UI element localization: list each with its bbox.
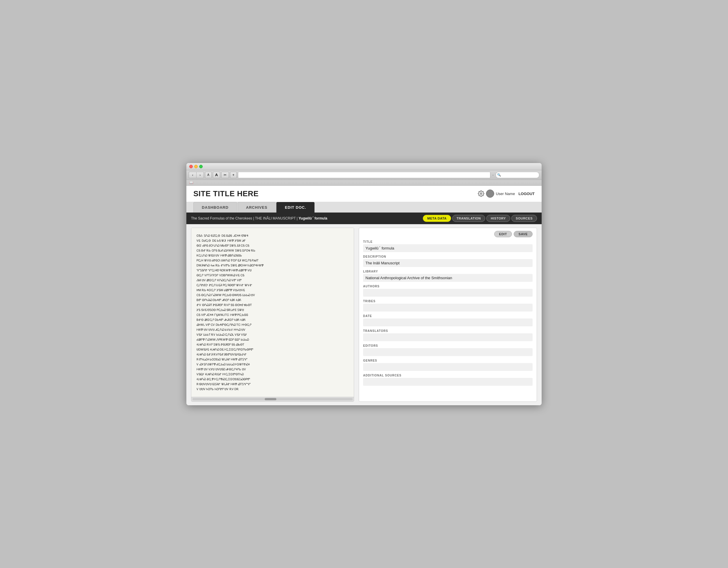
meta-label-date: DATE: [363, 314, 533, 318]
meta-fields: TITLEDESCRIPTIONLIBRARYAUTHORSTRIBESDATE…: [363, 240, 533, 389]
titlebar: [186, 163, 542, 170]
meta-input-authors[interactable]: [363, 289, 533, 297]
meta-label-tribes: TRIBES: [363, 300, 533, 303]
bookmark-icon: 📖: [189, 181, 193, 185]
meta-label-title: TITLE: [363, 240, 533, 243]
meta-input-tribes[interactable]: [363, 304, 533, 312]
site-header-right: User Name LOGOUT: [478, 190, 535, 198]
manuscript-image: ᏣᏕᏱ ᏚᎵᏍ ᎧᏃᏩᎾ ᎠᏋ ᎶᏯᎦ ᏗᏆᏎᏎ ᏬᏔᏎ ᏙᏋ ᎠᏧᏩᎾ ᎠᏋ …: [191, 228, 354, 397]
main-content: ᏣᏕᏱ ᏚᎵᏍ ᎧᏃᏩᎾ ᎠᏋ ᎶᏯᎦ ᏗᏆᏎᏎ ᏬᏔᏎ ᏙᏋ ᎠᏧᏩᎾ ᎠᏋ …: [186, 224, 542, 405]
document-panel: ᏣᏕᏱ ᏚᎵᏍ ᎧᏃᏩᎾ ᎠᏋ ᎶᏯᎦ ᏗᏆᏎᏎ ᏬᏔᏎ ᏙᏋ ᎠᏧᏩᎾ ᎠᏋ …: [191, 228, 354, 402]
meta-label-authors: AUTHORS: [363, 285, 533, 288]
site-title: SITE TITLE HERE: [193, 189, 259, 198]
save-button[interactable]: SAVE: [514, 231, 533, 237]
breadcrumb-tabs: META DATA TRANSLATION HISTORY SOURCES: [423, 215, 537, 222]
meta-input-description[interactable]: [363, 259, 533, 267]
meta-label-editors: EDITORS: [363, 344, 533, 347]
browser-window: ‹ › A A ✂ + - 🔍 📖 SITE TITLE HERE: [186, 163, 542, 405]
scrollbar-track: [192, 398, 353, 400]
meta-field-description: DESCRIPTION: [363, 255, 533, 267]
tab-dashboard[interactable]: DASHBOARD: [193, 202, 237, 213]
username: User Name: [496, 192, 515, 196]
gear-icon[interactable]: [478, 190, 484, 197]
meta-label-description: DESCRIPTION: [363, 255, 533, 258]
meta-field-library: LIBRARY: [363, 270, 533, 282]
meta-input-editors[interactable]: [363, 348, 533, 356]
meta-input-date[interactable]: [363, 318, 533, 326]
user-area: User Name: [478, 190, 515, 198]
tab-archives[interactable]: ARCHIVES: [238, 202, 276, 213]
meta-label-additional-sources: ADDITIONAL SOURCES: [363, 374, 533, 377]
breadcrumb-current: Yugwilûˊ formula: [298, 216, 327, 220]
minimize-button[interactable]: [194, 165, 198, 168]
meta-label-translators: TRANSLATORS: [363, 329, 533, 332]
meta-field-editors: EDITORS: [363, 344, 533, 356]
font-small-button[interactable]: A: [205, 172, 212, 178]
bc-tab-metadata[interactable]: META DATA: [423, 215, 451, 222]
meta-field-tribes: TRIBES: [363, 300, 533, 312]
nav-tabs: DASHBOARD ARCHIVES EDIT DOC.: [186, 202, 542, 213]
meta-input-library[interactable]: [363, 274, 533, 282]
avatar: [486, 190, 494, 198]
scrollbar-thumb[interactable]: [265, 398, 276, 400]
traffic-lights: [189, 165, 203, 168]
url-bar[interactable]: [238, 172, 490, 178]
bc-tab-translation[interactable]: TRANSLATION: [452, 215, 485, 222]
edit-button[interactable]: EDIT: [494, 231, 512, 237]
meta-input-additional-sources[interactable]: [363, 378, 533, 386]
meta-label-genres: GENRES: [363, 359, 533, 362]
logout-button[interactable]: LOGOUT: [518, 192, 535, 196]
bc-tab-history[interactable]: HISTORY: [486, 215, 510, 222]
nav-buttons: ‹ ›: [189, 172, 204, 178]
url-separator: -: [492, 173, 494, 177]
breadcrumb-bar: The Sacred Formulas of the Cherokees | T…: [186, 213, 542, 224]
scrollbar[interactable]: [191, 397, 354, 401]
bc-tab-sources[interactable]: SOURCES: [511, 215, 537, 222]
tab-edit-doc[interactable]: EDIT DOC.: [276, 202, 314, 213]
bookmarks-bar: 📖: [186, 180, 542, 186]
new-tab-button[interactable]: +: [230, 172, 237, 178]
site-header: SITE TITLE HERE User Name LOGOUT: [186, 186, 542, 202]
meta-input-translators[interactable]: [363, 333, 533, 341]
meta-input-genres[interactable]: [363, 363, 533, 371]
search-container: 🔍: [496, 172, 539, 178]
meta-field-authors: AUTHORS: [363, 285, 533, 297]
meta-label-library: LIBRARY: [363, 270, 533, 273]
font-large-button[interactable]: A: [213, 172, 220, 178]
share-button[interactable]: ✂: [221, 172, 229, 178]
meta-field-translators: TRANSLATORS: [363, 329, 533, 341]
meta-field-additional-sources: ADDITIONAL SOURCES: [363, 374, 533, 386]
meta-toolbar: EDIT SAVE: [363, 231, 533, 237]
breadcrumb-path: The Sacred Formulas of the Cherokees | T…: [191, 216, 298, 220]
close-button[interactable]: [189, 165, 193, 168]
meta-input-title[interactable]: [363, 244, 533, 252]
manuscript-text: ᏣᏕᏱ ᏚᎵᏍ ᎧᏃᏩᎾ ᎠᏋ ᎶᏯᎦ ᏗᏆᏎᏎ ᏬᏔᏎ ᏙᏋ ᎠᏧᏩᎾ ᎠᏋ …: [194, 231, 351, 394]
search-input[interactable]: [496, 172, 539, 178]
browser-toolbar: ‹ › A A ✂ + - 🔍: [186, 170, 542, 180]
search-icon: 🔍: [497, 173, 501, 176]
svg-point-0: [480, 193, 482, 194]
meta-field-title: TITLE: [363, 240, 533, 252]
metadata-panel: EDIT SAVE TITLEDESCRIPTIONLIBRARYAUTHORS…: [359, 228, 537, 402]
maximize-button[interactable]: [199, 165, 203, 168]
breadcrumb: The Sacred Formulas of the Cherokees | T…: [191, 216, 327, 220]
forward-button[interactable]: ›: [196, 172, 204, 178]
meta-field-date: DATE: [363, 314, 533, 326]
back-button[interactable]: ‹: [189, 172, 196, 178]
meta-field-genres: GENRES: [363, 359, 533, 371]
